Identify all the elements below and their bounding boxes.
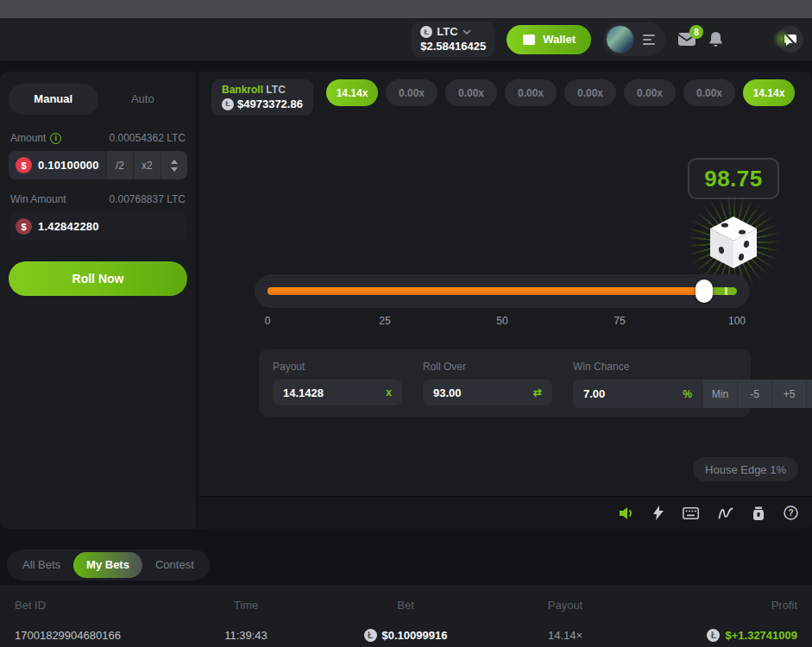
win-chance-label: Win Chance	[573, 361, 812, 373]
percent-icon: %	[683, 388, 692, 400]
win-amount-value: 1.42842280	[38, 220, 99, 233]
tab-auto[interactable]: Auto	[98, 84, 188, 115]
tab-all-bets[interactable]: All Bets	[9, 552, 73, 578]
plus-5-button[interactable]: +5	[771, 380, 806, 408]
win-chance-input[interactable]: 7.00 %	[573, 380, 702, 408]
history-pill[interactable]: 0.00x	[564, 79, 616, 106]
payout-input[interactable]: 14.1428 x	[273, 380, 402, 405]
speaker-icon	[619, 506, 634, 520]
hotkeys-button[interactable]	[683, 507, 699, 519]
notifications-button[interactable]	[708, 31, 723, 47]
amount-input[interactable]: $ 0.10100000	[9, 151, 106, 179]
svg-text:?: ?	[788, 508, 793, 518]
lightning-icon	[653, 506, 664, 520]
col-time: Time	[198, 599, 293, 612]
tick-label: 0	[265, 315, 271, 327]
top-header: Ł LTC $2.58416425 Wallet 8	[0, 18, 812, 61]
ltc-coin-icon: Ł	[364, 629, 377, 642]
seed-button[interactable]	[752, 506, 765, 520]
chat-disabled-icon	[784, 33, 797, 47]
win-amount-label: Win Amount	[10, 193, 66, 205]
amount-stepper[interactable]	[161, 151, 187, 179]
ltc-coin-icon: Ł	[707, 629, 720, 642]
col-bet: Bet	[293, 599, 518, 612]
ltc-coin-icon: Ł	[420, 26, 432, 38]
trends-button[interactable]	[718, 507, 733, 519]
roll-slider[interactable]	[255, 274, 750, 308]
double-bet-button[interactable]: x2	[133, 151, 160, 179]
tick-label: 100	[728, 315, 746, 327]
currency-code: LTC	[437, 25, 457, 39]
history-pill[interactable]: 0.00x	[505, 79, 557, 106]
history-pill[interactable]: 14.14x	[743, 79, 795, 106]
half-bet-button[interactable]: /2	[106, 151, 133, 179]
bet-stats-panel: Payout 14.1428 x Roll Over 93.00 ⇄ Win C…	[259, 349, 751, 417]
table-header: Bet ID Time Bet Payout Profit	[15, 599, 797, 612]
roll-over-value: 93.00	[433, 386, 462, 399]
history-pill[interactable]: 0.00x	[624, 79, 676, 106]
table-row[interactable]: 17001829904680166 11:39:43 Ł $0.10099916…	[15, 629, 797, 642]
minus-5-button[interactable]: -5	[737, 380, 771, 408]
sound-button[interactable]	[619, 506, 634, 520]
mode-tabs: Manual Auto	[9, 84, 187, 115]
history-pill[interactable]: 0.00x	[445, 79, 497, 106]
tab-contest[interactable]: Contest	[142, 552, 207, 578]
col-payout: Payout	[518, 599, 613, 612]
col-bet-id: Bet ID	[15, 599, 198, 612]
wallet-button[interactable]: Wallet	[507, 25, 591, 54]
payout-cell: 14.14×	[518, 629, 613, 642]
trends-icon	[718, 507, 733, 519]
win-chance-quick-buttons: Min -5 +5 Max	[702, 380, 812, 408]
tab-my-bets[interactable]: My Bets	[73, 552, 142, 578]
bets-tabs: All Bets My Bets Contest	[7, 550, 210, 581]
game-toolbar: ?	[198, 496, 812, 529]
question-icon: ?	[784, 506, 798, 520]
history-pill[interactable]: 14.14x	[326, 79, 378, 106]
tick-label: 50	[496, 315, 507, 327]
win-amount-crypto-equivalent: 0.00768837 LTC	[109, 193, 186, 205]
time-cell: 11:39:43	[198, 629, 293, 642]
min-button[interactable]: Min	[702, 380, 737, 408]
bankroll-currency: LTC	[266, 84, 285, 96]
roll-over-input[interactable]: 93.00 ⇄	[423, 380, 552, 405]
tick-label: 75	[614, 315, 625, 327]
max-button[interactable]: Max	[806, 380, 812, 408]
quick-bet-button[interactable]	[653, 506, 664, 520]
menu-icon	[643, 35, 655, 45]
win-amount-input[interactable]: $ 1.42842280	[9, 212, 187, 241]
usd-badge-icon: $	[16, 218, 32, 235]
chevron-down-icon	[463, 29, 471, 35]
history-pill[interactable]: 0.00x	[683, 79, 735, 106]
step-down-icon	[171, 167, 178, 172]
main-content: Manual Auto Amount i 0.00054362 LTC $ 0.…	[0, 72, 812, 529]
help-button[interactable]: ?	[784, 506, 798, 520]
history-pill[interactable]: 0.00x	[386, 79, 437, 106]
multiplier-icon: x	[386, 386, 392, 399]
mail-button[interactable]: 8	[677, 32, 696, 47]
currency-selector[interactable]: Ł LTC $2.58416425	[412, 22, 494, 57]
chat-toggle-button[interactable]	[777, 26, 803, 53]
results-history: 14.14x 0.00x 0.00x 0.00x 0.00x 0.00x 0.0…	[326, 79, 795, 106]
roll-result-value: 98.75	[704, 166, 763, 192]
bet-controls-panel: Manual Auto Amount i 0.00054362 LTC $ 0.…	[0, 72, 196, 529]
wallet-icon	[522, 34, 536, 46]
bankroll-display: Bankroll LTC Ł $4973372.86	[211, 79, 313, 116]
payout-label: Payout	[273, 361, 402, 373]
bankroll-label: Bankroll	[222, 84, 263, 96]
roll-now-button[interactable]: Roll Now	[9, 261, 187, 296]
house-edge-badge: House Edge 1%	[693, 457, 798, 481]
dice-game-panel: Bankroll LTC Ł $4973372.86 14.14x 0.00x …	[198, 72, 812, 529]
win-chance-value: 7.00	[583, 387, 605, 400]
amount-label: Amount	[10, 132, 46, 144]
info-icon[interactable]: i	[50, 133, 61, 144]
mail-badge: 8	[689, 25, 703, 39]
tab-manual[interactable]: Manual	[9, 84, 98, 115]
step-up-icon	[171, 160, 178, 164]
wallet-label: Wallet	[543, 33, 576, 46]
payout-value: 14.1428	[283, 386, 324, 399]
amount-value: 0.10100000	[38, 159, 99, 172]
slider-thumb[interactable]	[696, 280, 713, 303]
user-menu[interactable]	[603, 22, 665, 56]
col-profit: Profit	[613, 599, 797, 612]
swap-icon[interactable]: ⇄	[533, 386, 542, 399]
